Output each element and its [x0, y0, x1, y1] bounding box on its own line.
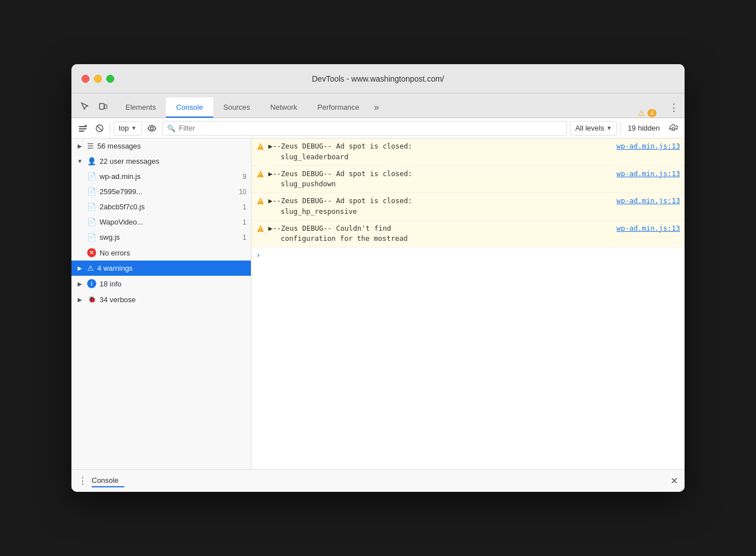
more-tabs-button[interactable]: » — [370, 97, 384, 118]
svg-point-8 — [672, 127, 674, 129]
error-circle-icon — [87, 248, 96, 257]
tab-icons — [76, 100, 115, 118]
filter-input[interactable] — [179, 124, 562, 132]
levels-dropdown[interactable]: All levels ▼ — [570, 121, 617, 136]
info-circle-icon: i — [87, 279, 96, 288]
sidebar-item-wp-ad[interactable]: 📄 wp-ad.min.js 9 — [71, 169, 251, 184]
bug-icon: 🐞 — [87, 295, 96, 304]
log-text: ▶--Zeus DEBUG-- Couldn't find — [268, 223, 614, 234]
svg-rect-4 — [79, 131, 84, 132]
window-title: DevTools - www.washingtonpost.com/ — [312, 74, 444, 83]
sidebar-item-no-errors[interactable]: No errors — [71, 245, 251, 261]
bottom-tab-wrap: Console — [92, 475, 124, 487]
sidebar-item-swg[interactable]: 📄 swg.js 1 — [71, 230, 251, 245]
bottom-close-button[interactable]: ✕ — [670, 476, 678, 486]
tab-performance[interactable]: Performance — [307, 97, 369, 118]
log-text: ▶--Zeus DEBUG-- Ad spot is closed: — [268, 196, 614, 207]
bottom-bar: ⋮ Console ✕ — [71, 469, 685, 492]
console-toolbar: top ▼ 🔍 All levels ▼ 19 hidden — [71, 118, 685, 138]
log-second-line: configuration for the mostread — [268, 234, 680, 244]
log-link[interactable]: wp-ad.min.js:13 — [616, 141, 680, 152]
sidebar-label: 18 info — [100, 280, 122, 288]
log-entry-header: ▶--Zeus DEBUG-- Ad spot is closed: wp-ad… — [268, 196, 680, 207]
cursor-row[interactable]: › — [251, 248, 685, 262]
maximize-button[interactable] — [106, 75, 114, 83]
inspect-icon[interactable] — [78, 100, 92, 113]
sidebar-item-verbose[interactable]: ▶ 🐞 34 verbose — [71, 292, 251, 307]
bottom-menu-button[interactable]: ⋮ — [78, 476, 87, 486]
context-selector[interactable]: top ▼ — [114, 121, 142, 136]
sidebar-item-2595e[interactable]: 📄 2595e7999... 10 — [71, 184, 251, 199]
hidden-count: 19 hidden — [624, 124, 663, 132]
sidebar-item-warnings[interactable]: ▶ ⚠ 4 warnings — [71, 261, 251, 276]
svg-rect-0 — [100, 104, 104, 109]
log-second-line: slug_leaderboard — [268, 152, 680, 163]
warning-icon: ! — [256, 169, 265, 178]
devtools-menu-button[interactable]: ⋮ — [663, 97, 685, 118]
traffic-lights — [71, 75, 114, 83]
minimize-button[interactable] — [94, 75, 102, 83]
count-badge: 1 — [242, 203, 246, 211]
sidebar-label: 34 verbose — [100, 295, 136, 304]
tab-elements[interactable]: Elements — [115, 97, 166, 118]
filter-icon: 🔍 — [167, 124, 176, 132]
log-link[interactable]: wp-ad.min.js:13 — [616, 196, 680, 207]
arrow-icon: ▶ — [76, 265, 84, 271]
file-icon: 📄 — [87, 172, 96, 181]
clear-console-button[interactable] — [76, 122, 89, 135]
sidebar-item-2abcb[interactable]: 📄 2abcb5f7c0.js 1 — [71, 199, 251, 214]
sidebar-label: WapoVideo... — [100, 218, 143, 226]
svg-point-7 — [150, 127, 153, 129]
list-icon: ☰ — [87, 142, 94, 150]
tab-network[interactable]: Network — [260, 97, 308, 118]
filter-input-wrap: 🔍 — [162, 121, 567, 136]
log-entry: ! ▶--Zeus DEBUG-- Couldn't find wp-ad.mi… — [251, 221, 685, 248]
sidebar-item-all-messages[interactable]: ▶ ☰ 56 messages — [71, 138, 251, 154]
log-text: ▶--Zeus DEBUG-- Ad spot is closed: — [268, 169, 614, 180]
close-button[interactable] — [82, 75, 89, 83]
svg-text:!: ! — [259, 200, 262, 205]
arrow-icon: ▶ — [76, 297, 84, 303]
log-entry-header: ▶--Zeus DEBUG-- Ad spot is closed: wp-ad… — [268, 141, 680, 152]
tab-console[interactable]: Console — [166, 97, 213, 118]
sidebar-item-info[interactable]: ▶ i 18 info — [71, 276, 251, 292]
warning-indicator[interactable]: ⚠ 4 — [631, 109, 663, 118]
eye-icon-button[interactable] — [145, 122, 159, 135]
svg-text:!: ! — [259, 145, 262, 150]
levels-label: All levels — [575, 124, 604, 132]
count-badge: 9 — [242, 173, 246, 181]
sidebar-label: 2595e7999... — [100, 187, 142, 196]
log-second-line: slug_hp_responsive — [268, 207, 680, 217]
warning-icon: ! — [256, 224, 265, 233]
file-icon: 📄 — [87, 218, 96, 226]
user-icon: 👤 — [87, 157, 96, 165]
log-content: ▶--Zeus DEBUG-- Ad spot is closed: wp-ad… — [268, 196, 680, 217]
console-settings-button[interactable] — [667, 122, 680, 135]
log-link[interactable]: wp-ad.min.js:13 — [616, 223, 680, 234]
count-badge: 1 — [242, 234, 246, 241]
arrow-icon: ▶ — [76, 281, 84, 287]
block-icon-button[interactable] — [93, 122, 106, 135]
sidebar-label: 22 user messages — [100, 157, 159, 165]
sidebar-item-user-messages[interactable]: ▼ 👤 22 user messages — [71, 154, 251, 169]
toolbar-divider — [110, 123, 110, 134]
svg-rect-3 — [79, 128, 87, 129]
device-icon[interactable] — [96, 100, 110, 113]
toolbar-divider-2 — [620, 123, 621, 134]
sidebar-label: swg.js — [100, 233, 120, 241]
log-entry: ! ▶--Zeus DEBUG-- Ad spot is closed: wp-… — [251, 138, 685, 166]
console-log: ! ▶--Zeus DEBUG-- Ad spot is closed: wp-… — [251, 138, 685, 469]
tab-sources[interactable]: Sources — [213, 97, 260, 118]
bottom-tab-underline — [92, 486, 124, 487]
svg-rect-1 — [105, 105, 107, 109]
context-value: top — [119, 124, 129, 132]
log-entry: ! ▶--Zeus DEBUG-- Ad spot is closed: wp-… — [251, 166, 685, 194]
main-content: ▶ ☰ 56 messages ▼ 👤 22 user messages 📄 w… — [71, 138, 685, 469]
file-icon: 📄 — [87, 233, 96, 241]
sidebar-label: wp-ad.min.js — [100, 172, 141, 181]
cursor-arrow-icon: › — [256, 250, 260, 259]
log-entry-header: ▶--Zeus DEBUG-- Couldn't find wp-ad.min.… — [268, 223, 680, 234]
log-entry: ! ▶--Zeus DEBUG-- Ad spot is closed: wp-… — [251, 193, 685, 221]
log-link[interactable]: wp-ad.min.js:13 — [616, 169, 680, 180]
sidebar-item-wapovideo[interactable]: 📄 WapoVideo... 1 — [71, 214, 251, 230]
